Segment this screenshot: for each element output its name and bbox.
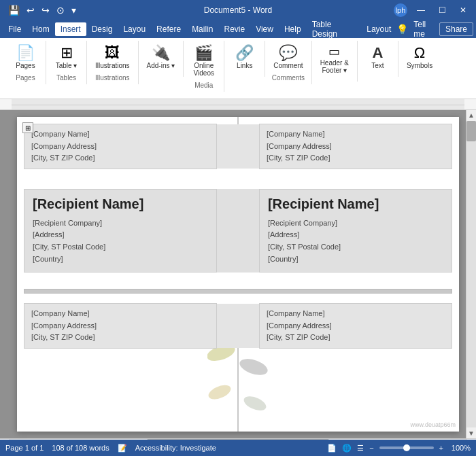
symbols-icon: Ω bbox=[414, 46, 425, 60]
menu-insert[interactable]: Insert bbox=[55, 22, 86, 36]
menu-bar: File Hom Insert Desig Layou Refere Maili… bbox=[0, 20, 476, 38]
spacer-1 bbox=[24, 169, 452, 189]
recipient-row: [Recipient Name] [Recipient Company] [Ad… bbox=[24, 189, 452, 272]
document-page: ⊞ bbox=[17, 117, 459, 432]
bottom-left-company: [Company Name] [Company Address] [City, … bbox=[24, 304, 217, 349]
proofing-icon: 📝 bbox=[118, 444, 127, 453]
zoom-slider-thumb bbox=[403, 444, 410, 451]
menu-layout[interactable]: Layou bbox=[118, 22, 151, 36]
dropdown-btn[interactable]: ▾ bbox=[69, 3, 79, 17]
status-right: 📄 🌐 ☰ − + 100% bbox=[327, 444, 471, 453]
menu-mailings[interactable]: Mailin bbox=[186, 22, 218, 36]
menu-view[interactable]: View bbox=[250, 22, 279, 36]
recipient-left-address: [Address] bbox=[33, 229, 208, 241]
symbols-btn[interactable]: Ω Symbols bbox=[404, 43, 435, 71]
ribbon-group-tables: ⊞ Table ▾ Tables bbox=[46, 41, 87, 84]
menu-layout2[interactable]: Layout bbox=[361, 22, 396, 36]
pages-btn[interactable]: 📄 Pages bbox=[12, 43, 39, 71]
zoom-in-btn[interactable]: + bbox=[439, 444, 443, 452]
lightbulb-icon: 💡 bbox=[396, 24, 408, 35]
scroll-track[interactable] bbox=[466, 121, 476, 427]
status-bar: Page 1 of 1 108 of 108 words 📝 Accessibi… bbox=[0, 440, 476, 456]
close-btn[interactable]: ✕ bbox=[456, 4, 471, 16]
recipient-left-country: [Country] bbox=[33, 253, 208, 266]
top-right-company-name: [Company Name] bbox=[267, 128, 445, 141]
pages-group-label: Pages bbox=[16, 74, 35, 82]
media-group-label: Media bbox=[194, 82, 213, 89]
zoom-level[interactable]: 100% bbox=[449, 444, 471, 452]
addins-btn[interactable]: 🔌 Add-ins ▾ bbox=[144, 43, 178, 71]
top-left-company: [Company Name] [Company Address] [City, … bbox=[24, 124, 217, 169]
table-icon: ⊞ bbox=[61, 46, 73, 60]
table-btn[interactable]: ⊞ Table ▾ bbox=[53, 43, 80, 71]
bottom-right-company: [Company Name] [Company Address] [City, … bbox=[259, 304, 452, 349]
save-btn[interactable]: 💾 bbox=[5, 3, 22, 17]
redo-btn[interactable]: ↪ bbox=[39, 3, 52, 17]
maximize-btn[interactable]: ☐ bbox=[435, 4, 450, 16]
menu-table-design[interactable]: Table Design bbox=[307, 18, 362, 41]
top-company-row: [Company Name] [Company Address] [City, … bbox=[24, 124, 452, 169]
ribbon-group-text: A Text bbox=[358, 41, 398, 77]
undo-btn[interactable]: ↩ bbox=[24, 3, 37, 17]
document-title: Document5 - Word bbox=[204, 5, 272, 15]
ribbon-group-links: 🔗 Links bbox=[224, 41, 265, 77]
comment-btn[interactable]: 💬 Comment bbox=[271, 43, 305, 71]
page-info: Page 1 of 1 bbox=[5, 444, 44, 452]
links-btn[interactable]: 🔗 Links bbox=[231, 43, 258, 71]
scroll-down-btn[interactable]: ▼ bbox=[466, 428, 476, 438]
ribbon: 📄 Pages Pages ⊞ Table ▾ Tables 🖼 Illustr… bbox=[0, 38, 476, 99]
recipient-right-company: [Recipient Company] bbox=[268, 217, 443, 230]
header-footer-btn[interactable]: ▭ Header &Footer ▾ bbox=[318, 43, 352, 76]
bottom-left-city: [City, ST ZIP Code] bbox=[31, 332, 209, 344]
spacer-row-2 bbox=[24, 273, 452, 290]
tell-me[interactable]: Tell me bbox=[413, 20, 434, 39]
recipient-left-city: [City, ST Postal Code] bbox=[33, 241, 208, 253]
menu-home[interactable]: Hom bbox=[27, 22, 54, 36]
word-count: 108 of 108 words bbox=[52, 444, 109, 452]
menu-file[interactable]: File bbox=[3, 22, 27, 36]
recipient-right-name[interactable]: [Recipient Name] bbox=[268, 196, 443, 212]
title-bar: 💾 ↩ ↪ ⊙ ▾ Document5 - Word lph — ☐ ✕ bbox=[0, 0, 476, 20]
zoom-slider[interactable] bbox=[379, 446, 434, 449]
top-right-company: [Company Name] [Company Address] [City, … bbox=[259, 124, 452, 169]
top-right-company-address: [Company Address] bbox=[267, 141, 445, 153]
online-videos-btn[interactable]: 🎬 OnlineVideos bbox=[190, 43, 218, 79]
spacer-row-3 bbox=[24, 294, 452, 304]
recipient-right-address: [Address] bbox=[268, 229, 443, 241]
accessibility[interactable]: Accessibility: Investigate bbox=[135, 444, 216, 452]
view-print-icon[interactable]: 📄 bbox=[327, 444, 337, 453]
recipient-left-name[interactable]: [Recipient Name] bbox=[33, 196, 208, 212]
bottom-right-name: [Company Name] bbox=[267, 308, 445, 320]
menu-review[interactable]: Revie bbox=[218, 22, 250, 36]
menu-references[interactable]: Refere bbox=[151, 22, 186, 36]
scroll-thumb[interactable] bbox=[466, 121, 476, 141]
ribbon-group-symbols: Ω Symbols bbox=[398, 41, 441, 77]
quick-access: 💾 ↩ ↪ ⊙ ▾ bbox=[5, 3, 79, 17]
illustrations-btn[interactable]: 🖼 Illustrations bbox=[92, 43, 133, 71]
text-btn[interactable]: A Text bbox=[364, 43, 391, 71]
scrollbar-right[interactable]: ▲ ▼ bbox=[466, 110, 476, 438]
top-left-company-name: [Company Name] bbox=[31, 128, 209, 141]
zoom-out-btn[interactable]: − bbox=[369, 444, 373, 452]
view-web-icon[interactable]: 🌐 bbox=[342, 444, 352, 453]
bottom-left-name: [Company Name] bbox=[31, 308, 209, 320]
minimize-btn[interactable]: — bbox=[413, 4, 429, 16]
table-move-handle[interactable]: ⊞ bbox=[22, 122, 33, 133]
tables-group-label: Tables bbox=[56, 74, 76, 82]
spacer-row-1 bbox=[24, 169, 452, 189]
share-btn[interactable]: Share bbox=[439, 22, 473, 36]
ribbon-group-addins: 🔌 Add-ins ▾ bbox=[139, 41, 184, 77]
scroll-up-btn[interactable]: ▲ bbox=[466, 110, 476, 120]
user-avatar[interactable]: lph bbox=[394, 3, 407, 17]
ribbon-group-pages: 📄 Pages Pages bbox=[5, 41, 46, 84]
autosave-btn[interactable]: ⊙ bbox=[54, 3, 67, 17]
menu-design[interactable]: Desig bbox=[86, 22, 118, 36]
menu-help[interactable]: Help bbox=[279, 22, 307, 36]
view-outline-icon[interactable]: ☰ bbox=[357, 444, 364, 453]
svg-point-14 bbox=[241, 393, 269, 413]
ruler bbox=[0, 99, 476, 110]
bottom-middle-spacer bbox=[217, 304, 260, 349]
links-icon: 🔗 bbox=[235, 46, 254, 60]
ribbon-group-headerfooter: ▭ Header &Footer ▾ bbox=[312, 41, 358, 82]
video-icon: 🎬 bbox=[194, 46, 213, 60]
